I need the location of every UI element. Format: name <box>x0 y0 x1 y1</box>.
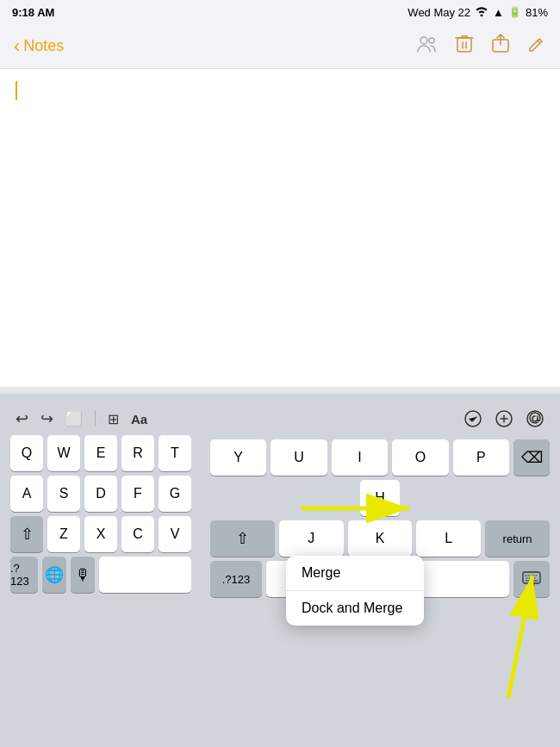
status-bar: 9:18 AM Wed May 22 ▲ 🔋 81% <box>0 0 560 24</box>
key-numbers[interactable]: .?123 <box>10 557 38 593</box>
key-z[interactable]: Z <box>47 516 80 552</box>
battery-percent: 81% <box>526 6 548 19</box>
key-q[interactable]: Q <box>10 435 43 471</box>
keyboard-toolbar-right <box>210 406 550 439</box>
text-cursor <box>16 81 17 100</box>
keyboard-left: ↩ ↪ ⬜ ⊞ Aa Q W E R T A S D F G ⇧ Z X <box>5 401 196 602</box>
redo-icon[interactable]: ↪ <box>40 409 53 428</box>
key-mic[interactable]: 🎙 <box>71 557 95 593</box>
people-icon[interactable] <box>415 33 438 60</box>
key-j[interactable]: J <box>279 520 344 557</box>
trash-icon[interactable] <box>455 34 474 59</box>
signal-icon: ▲ <box>493 6 504 19</box>
key-c[interactable]: C <box>121 516 154 552</box>
context-menu: Merge Dock and Merge <box>286 556 424 626</box>
compose-icon[interactable] <box>527 34 546 59</box>
key-p[interactable]: P <box>453 439 509 476</box>
key-globe[interactable]: 🌐 <box>42 557 66 593</box>
dock-and-merge-option[interactable]: Dock and Merge <box>286 591 424 626</box>
key-l[interactable]: L <box>416 520 481 557</box>
key-space[interactable] <box>99 557 191 593</box>
svg-rect-2 <box>457 38 471 52</box>
wifi-icon <box>475 5 488 19</box>
key-x[interactable]: X <box>84 516 117 552</box>
key-h[interactable]: H <box>360 480 400 516</box>
key-g[interactable]: G <box>159 476 191 512</box>
table-icon[interactable]: ⊞ <box>108 411 119 427</box>
key-r[interactable]: R <box>121 435 154 471</box>
back-button[interactable]: ‹ Notes <box>14 35 64 58</box>
key-numbers-right[interactable]: .?123 <box>210 561 262 597</box>
format-icon[interactable]: Aa <box>131 412 147 426</box>
keyboard-toolbar-left: ↩ ↪ ⬜ ⊞ Aa <box>10 406 191 435</box>
key-o[interactable]: O <box>392 439 448 476</box>
key-return[interactable]: return <box>485 520 550 557</box>
key-v[interactable]: V <box>159 516 191 552</box>
undo-icon[interactable]: ↩ <box>16 409 28 428</box>
key-row-3: ⇧ Z X C V <box>10 516 191 552</box>
key-d[interactable]: D <box>84 476 117 512</box>
key-k[interactable]: K <box>348 520 413 557</box>
toolbar-separator <box>95 411 96 426</box>
nav-actions <box>415 33 546 60</box>
merge-option[interactable]: Merge <box>286 556 424 591</box>
keyboard-right: Y U I O P ⌫ H Merge Dock and Merge ⇧ J K… <box>205 401 555 607</box>
key-delete[interactable]: ⌫ <box>513 439 550 476</box>
key-row-4: .?123 🌐 🎙 <box>10 557 191 593</box>
key-shift[interactable]: ⇧ <box>10 516 43 552</box>
note-area[interactable] <box>0 69 560 388</box>
check-circle-icon[interactable] <box>464 409 482 433</box>
nav-bar: ‹ Notes <box>0 24 560 69</box>
key-u[interactable]: U <box>271 439 327 476</box>
right-key-row-2: H Merge Dock and Merge <box>210 480 550 516</box>
at-circle-icon[interactable] <box>526 409 544 433</box>
key-y[interactable]: Y <box>210 439 266 476</box>
key-s[interactable]: S <box>47 476 80 512</box>
svg-point-1 <box>429 38 434 43</box>
key-shift-right[interactable]: ⇧ <box>210 520 275 557</box>
battery-icon: 🔋 <box>508 6 521 18</box>
key-a[interactable]: A <box>10 476 43 512</box>
status-right: Wed May 22 ▲ 🔋 81% <box>408 5 548 19</box>
status-time: 9:18 AM <box>12 6 54 19</box>
status-day: Wed May 22 <box>408 6 470 19</box>
svg-point-0 <box>420 37 427 44</box>
plus-circle-icon[interactable] <box>495 409 513 433</box>
share-icon[interactable] <box>491 34 510 59</box>
key-i[interactable]: I <box>332 439 388 476</box>
key-w[interactable]: W <box>47 435 80 471</box>
key-t[interactable]: T <box>159 435 191 471</box>
chevron-left-icon: ‹ <box>14 35 20 58</box>
key-hide-keyboard[interactable] <box>513 561 550 597</box>
key-row-1: Q W E R T <box>10 435 191 471</box>
back-label: Notes <box>23 37 64 55</box>
right-key-row-1: Y U I O P ⌫ <box>210 439 550 476</box>
key-e[interactable]: E <box>84 435 117 471</box>
paste-icon[interactable]: ⬜ <box>65 411 83 427</box>
key-row-2: A S D F G <box>10 476 191 512</box>
key-f[interactable]: F <box>121 476 154 512</box>
keyboards-area: ↩ ↪ ⬜ ⊞ Aa Q W E R T A S D F G ⇧ Z X <box>0 394 560 747</box>
right-key-row-3: ⇧ J K L return <box>210 520 550 557</box>
